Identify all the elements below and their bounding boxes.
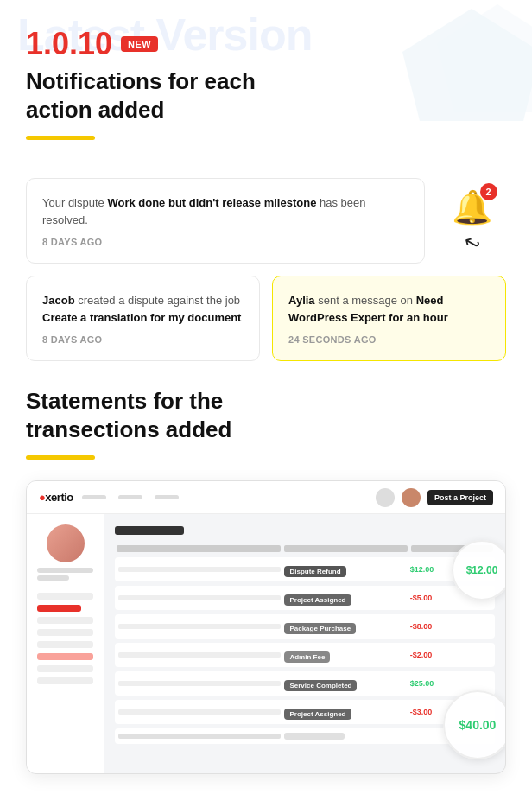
notif-time-message-sent: 24 SECONDS AGO bbox=[288, 334, 490, 345]
sidebar-item-3 bbox=[37, 617, 93, 624]
sidebar-item-2[interactable] bbox=[37, 605, 81, 612]
sidebar-item-5 bbox=[37, 641, 93, 648]
sidebar-item-1 bbox=[37, 593, 93, 600]
amount-admin: -$2.00 bbox=[410, 651, 491, 659]
app-page-title bbox=[115, 526, 184, 535]
table-row-project-assigned-2: Project Assigned -$3.00 bbox=[115, 700, 495, 724]
tag-package-purchase: Package Purchase bbox=[284, 623, 356, 634]
app-topbar: ●xertio Post a Project bbox=[27, 481, 505, 514]
version-row: 1.0.10 NEW bbox=[26, 26, 506, 62]
notif-text-dispute-created: Jacob created a dispute against the job … bbox=[42, 292, 244, 326]
amount-package: -$8.00 bbox=[410, 622, 491, 631]
table-row-service-completed: Service Completed $25.00 bbox=[115, 671, 495, 696]
bubble-top: $12.00 bbox=[452, 540, 506, 600]
hero-title: Notifications for each action added bbox=[26, 67, 506, 124]
notif-row-1: Your dispute Work done but didn't releas… bbox=[26, 178, 506, 264]
table-row-project-assigned-1: Project Assigned -$5.00 bbox=[115, 586, 495, 610]
app-body: Dispute Refund $12.00 Project Assigned -… bbox=[27, 514, 505, 773]
statements-table: Dispute Refund $12.00 Project Assigned -… bbox=[115, 545, 495, 744]
statements-section: Statements for the transections added ●x… bbox=[0, 387, 532, 774]
yellow-bar-divider bbox=[26, 136, 95, 140]
sidebar-avatar bbox=[47, 524, 85, 562]
sidebar-name-bar-2 bbox=[37, 575, 69, 581]
sidebar-item-8 bbox=[37, 677, 93, 684]
statements-title: Statements for the transections added bbox=[26, 387, 506, 443]
app-sidebar bbox=[27, 514, 104, 773]
sidebar-item-4 bbox=[37, 629, 93, 636]
app-icons: Post a Project bbox=[376, 488, 493, 507]
cursor-icon: ↩ bbox=[459, 229, 484, 257]
notif-card-dispute-resolved: Your dispute Work done but didn't releas… bbox=[26, 178, 425, 264]
th-title bbox=[117, 545, 281, 552]
table-row-dispute-refund: Dispute Refund $12.00 bbox=[115, 557, 495, 581]
notification-area: Your dispute Work done but didn't releas… bbox=[0, 178, 532, 361]
th-type bbox=[284, 545, 408, 552]
app-avatar-icon bbox=[402, 488, 421, 507]
notif-text-dispute-resolved: Your dispute Work done but didn't releas… bbox=[42, 194, 408, 228]
notif-text-message-sent: Aylia sent a message on Need WordPress E… bbox=[288, 292, 490, 326]
hero-section: Latest Version 1.0.10 NEW Notifications … bbox=[0, 0, 532, 178]
app-logo: ●xertio bbox=[39, 491, 73, 504]
notif-card-dispute-created: Jacob created a dispute against the job … bbox=[26, 276, 260, 361]
table-row-package-purchase: Package Purchase -$8.00 bbox=[115, 614, 495, 639]
app-post-button[interactable]: Post a Project bbox=[428, 490, 493, 505]
table-row-extra bbox=[115, 728, 495, 744]
sidebar-name-bar-1 bbox=[37, 568, 93, 573]
sidebar-menu-items bbox=[34, 593, 97, 684]
sidebar-item-7 bbox=[37, 665, 93, 672]
tag-admin-fee: Admin Fee bbox=[284, 651, 330, 663]
app-nav-dots bbox=[82, 495, 367, 499]
yellow-bar-divider-2 bbox=[26, 455, 95, 460]
version-number: 1.0.10 bbox=[26, 26, 112, 62]
notif-row-2: Jacob created a dispute against the job … bbox=[26, 276, 506, 361]
new-badge: NEW bbox=[121, 36, 158, 52]
tag-service-completed: Service Completed bbox=[284, 680, 357, 691]
nav-dot-1 bbox=[82, 495, 106, 499]
tag-project-assigned-2: Project Assigned bbox=[284, 709, 351, 720]
app-search-icon bbox=[376, 488, 395, 507]
table-row-admin-fee: Admin Fee -$2.00 bbox=[115, 643, 495, 667]
bell-wrapper: 🔔 2 bbox=[452, 188, 492, 226]
notif-card-message-sent: Aylia sent a message on Need WordPress E… bbox=[272, 276, 506, 361]
table-header-row bbox=[115, 545, 495, 552]
notif-time-dispute-resolved: 8 DAYS AGO bbox=[42, 237, 408, 247]
bubble-bottom: $40.00 bbox=[443, 690, 506, 759]
bell-badge: 2 bbox=[480, 183, 497, 200]
notif-icon-area: 🔔 2 ↩ bbox=[437, 178, 506, 264]
nav-dot-3 bbox=[155, 495, 179, 499]
app-main: Dispute Refund $12.00 Project Assigned -… bbox=[104, 514, 505, 773]
nav-dot-2 bbox=[118, 495, 142, 499]
notif-time-dispute-created: 8 DAYS AGO bbox=[42, 334, 244, 345]
tag-project-assigned-1: Project Assigned bbox=[284, 594, 351, 606]
sidebar-item-6 bbox=[37, 653, 93, 660]
app-mockup: ●xertio Post a Project bbox=[26, 480, 506, 774]
tag-dispute-refund: Dispute Refund bbox=[284, 566, 345, 577]
amount-service: $25.00 bbox=[410, 679, 491, 688]
